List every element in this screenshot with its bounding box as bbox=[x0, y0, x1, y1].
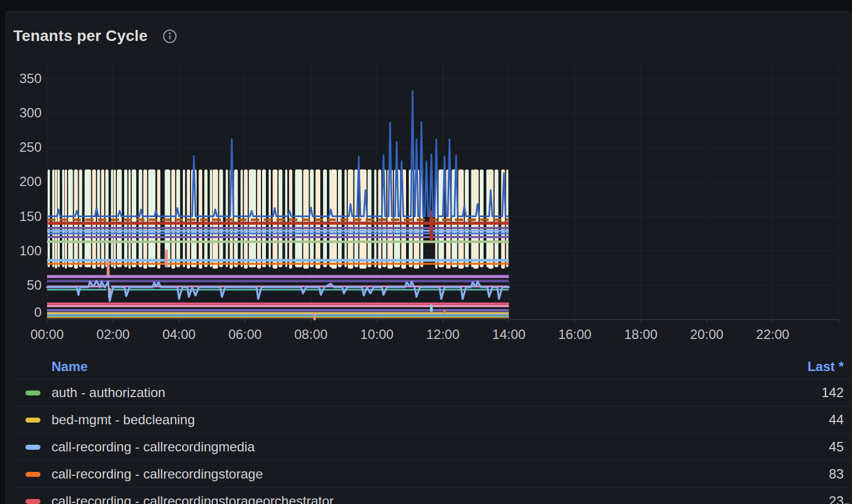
legend-name-header[interactable]: Name bbox=[52, 359, 88, 374]
series-color-marker bbox=[25, 499, 40, 504]
x-tick-label: 12:00 bbox=[426, 326, 459, 343]
x-tick-label: 06:00 bbox=[228, 326, 261, 343]
legend-row[interactable]: auth - authorization142 bbox=[12, 379, 852, 407]
x-tick-label: 20:00 bbox=[690, 326, 723, 343]
legend-row[interactable]: bed-mgmt - bedcleaning44 bbox=[12, 407, 852, 434]
panel-title: Tenants per Cycle bbox=[13, 27, 148, 45]
legend-series-last-value: 45 bbox=[829, 439, 844, 455]
y-tick-label: 300 bbox=[0, 105, 42, 121]
y-tick-label: 150 bbox=[0, 208, 42, 225]
legend-series-name[interactable]: call-recording - callrecordingmedia bbox=[52, 439, 829, 455]
x-tick-label: 18:00 bbox=[624, 326, 658, 343]
legend-series-last-value: 44 bbox=[829, 412, 844, 428]
legend-series-last-value: 23 bbox=[829, 493, 844, 504]
legend-series-name[interactable]: auth - authorization bbox=[52, 385, 822, 400]
legend-table: Name Last * auth - authorization142bed-m… bbox=[12, 354, 852, 504]
legend-last-header[interactable]: Last * bbox=[808, 359, 844, 374]
y-tick-label: 50 bbox=[0, 277, 42, 294]
x-tick-label: 08:00 bbox=[294, 326, 327, 343]
legend-series-name[interactable]: bed-mgmt - bedcleaning bbox=[52, 412, 829, 428]
x-tick-label: 10:00 bbox=[360, 326, 393, 343]
y-tick-label: 250 bbox=[0, 139, 42, 156]
info-icon[interactable] bbox=[162, 29, 177, 44]
legend-row[interactable]: call-recording - callrecordingstorage83 bbox=[12, 461, 852, 488]
legend-row[interactable]: call-recording - callrecordingstorageorc… bbox=[12, 488, 852, 504]
legend-series-name[interactable]: call-recording - callrecordingstorage bbox=[52, 466, 829, 482]
y-tick-label: 0 bbox=[0, 304, 42, 321]
legend-rows: auth - authorization142bed-mgmt - bedcle… bbox=[12, 379, 852, 504]
legend-row[interactable]: call-recording - callrecordingmedia45 bbox=[12, 434, 852, 461]
y-tick-label: 100 bbox=[0, 243, 42, 259]
x-tick-label: 00:00 bbox=[30, 326, 64, 343]
x-tick-label: 14:00 bbox=[492, 326, 526, 343]
legend-series-last-value: 83 bbox=[829, 466, 844, 482]
series-color-marker bbox=[25, 390, 40, 395]
time-series-chart[interactable] bbox=[47, 65, 839, 320]
x-tick-label: 16:00 bbox=[558, 326, 592, 343]
y-tick-label: 200 bbox=[0, 173, 42, 190]
series-color-marker bbox=[25, 472, 40, 477]
x-tick-label: 02:00 bbox=[96, 326, 130, 343]
x-tick-label: 22:00 bbox=[756, 326, 789, 343]
legend-header-row: Name Last * bbox=[12, 354, 852, 379]
panel-header[interactable]: Tenants per Cycle bbox=[13, 23, 177, 49]
series-color-marker bbox=[25, 445, 40, 450]
y-tick-label: 350 bbox=[0, 70, 42, 87]
legend-series-last-value: 142 bbox=[822, 385, 844, 400]
x-tick-label: 04:00 bbox=[162, 326, 196, 343]
series-color-marker bbox=[25, 418, 40, 423]
legend-series-name[interactable]: call-recording - callrecordingstorageorc… bbox=[52, 493, 829, 504]
